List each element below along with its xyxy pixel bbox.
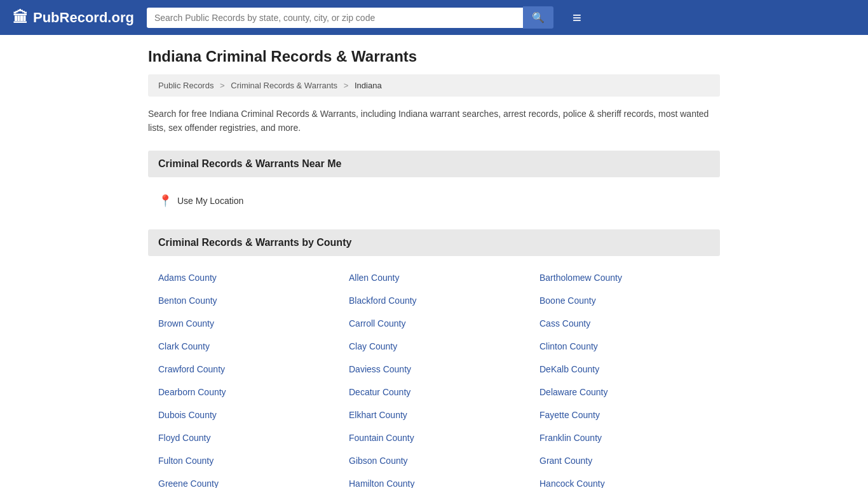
logo-icon: 🏛 (13, 9, 28, 27)
search-bar: 🔍 (147, 6, 553, 29)
search-button[interactable]: 🔍 (523, 6, 553, 29)
logo[interactable]: 🏛 PubRecord.org (13, 9, 134, 27)
county-link[interactable]: Blackford County (339, 289, 529, 312)
county-link[interactable]: Gibson County (339, 449, 529, 472)
county-link[interactable]: Allen County (339, 266, 529, 289)
breadcrumb-separator-2: > (344, 81, 349, 90)
county-link[interactable]: Greene County (148, 472, 339, 488)
county-link[interactable]: Clinton County (529, 335, 720, 358)
header: 🏛 PubRecord.org 🔍 ≡ (0, 0, 868, 35)
county-grid: Adams CountyAllen CountyBartholomew Coun… (148, 266, 720, 488)
county-link[interactable]: Bartholomew County (529, 266, 720, 289)
page-title: Indiana Criminal Records & Warrants (148, 48, 720, 65)
main-content: Indiana Criminal Records & Warrants Publ… (129, 35, 739, 488)
county-link[interactable]: Hamilton County (339, 472, 529, 488)
search-input[interactable] (147, 8, 523, 28)
county-link[interactable]: Fulton County (148, 449, 339, 472)
county-section-header: Criminal Records & Warrants by County (148, 229, 720, 256)
county-link[interactable]: Benton County (148, 289, 339, 312)
county-link[interactable]: Delaware County (529, 381, 720, 403)
near-me-section: Criminal Records & Warrants Near Me 📍 Us… (148, 151, 720, 214)
county-link[interactable]: Hancock County (529, 472, 720, 488)
breadcrumb-current: Indiana (355, 81, 382, 90)
logo-text: PubRecord.org (33, 10, 134, 26)
county-link[interactable]: Dubois County (148, 403, 339, 426)
breadcrumb: Public Records > Criminal Records & Warr… (148, 74, 720, 97)
county-link[interactable]: Elkhart County (339, 403, 529, 426)
breadcrumb-separator-1: > (220, 81, 225, 90)
county-link[interactable]: Grant County (529, 449, 720, 472)
county-section: Criminal Records & Warrants by County Ad… (148, 229, 720, 488)
page-description: Search for free Indiana Criminal Records… (148, 107, 720, 135)
breadcrumb-link-public-records[interactable]: Public Records (158, 81, 214, 90)
county-link[interactable]: Cass County (529, 312, 720, 335)
use-location-button[interactable]: 📍 Use My Location (148, 187, 720, 214)
near-me-section-header: Criminal Records & Warrants Near Me (148, 151, 720, 177)
county-link[interactable]: Boone County (529, 289, 720, 312)
county-link[interactable]: Brown County (148, 312, 339, 335)
county-link[interactable]: Daviess County (339, 358, 529, 381)
county-link[interactable]: Dearborn County (148, 381, 339, 403)
county-link[interactable]: Floyd County (148, 426, 339, 449)
county-link[interactable]: Fayette County (529, 403, 720, 426)
breadcrumb-link-criminal-records[interactable]: Criminal Records & Warrants (231, 81, 337, 90)
county-link[interactable]: Fountain County (339, 426, 529, 449)
use-location-label: Use My Location (177, 196, 243, 206)
county-link[interactable]: Carroll County (339, 312, 529, 335)
county-link[interactable]: DeKalb County (529, 358, 720, 381)
search-icon: 🔍 (532, 12, 545, 23)
menu-icon[interactable]: ≡ (573, 9, 581, 27)
county-link[interactable]: Adams County (148, 266, 339, 289)
county-link[interactable]: Franklin County (529, 426, 720, 449)
county-link[interactable]: Clay County (339, 335, 529, 358)
county-link[interactable]: Crawford County (148, 358, 339, 381)
county-link[interactable]: Decatur County (339, 381, 529, 403)
location-pin-icon: 📍 (158, 194, 172, 208)
county-link[interactable]: Clark County (148, 335, 339, 358)
